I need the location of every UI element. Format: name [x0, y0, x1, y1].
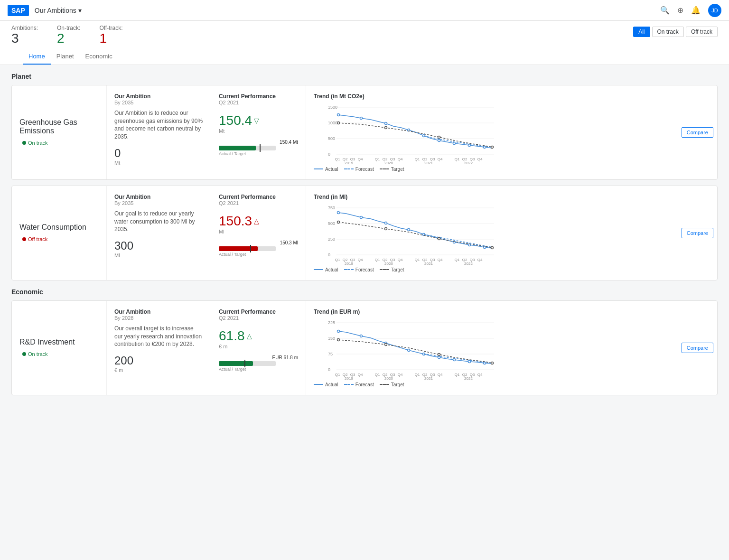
svg-text:2022: 2022 — [464, 376, 473, 381]
svg-point-58 — [337, 221, 340, 223]
greenhouse-bar-marker — [260, 144, 261, 152]
greenhouse-perf-unit: Mt — [219, 128, 298, 134]
svg-point-97 — [468, 360, 471, 363]
filter-off-track-button[interactable]: Off track — [686, 27, 718, 37]
rnd-status: On track — [19, 350, 99, 358]
svg-text:75: 75 — [328, 352, 333, 356]
app-title-text: Our Ambitions — [35, 7, 76, 14]
greenhouse-bar-axis: Actual / Target — [219, 151, 276, 156]
svg-text:Q4: Q4 — [438, 258, 443, 262]
svg-text:Q1: Q1 — [415, 258, 420, 262]
sub-header: Ambitions: 3 On-track: 2 Off-track: 1 Al… — [0, 21, 729, 65]
off-track-metric: Off-track: 1 — [99, 25, 122, 46]
svg-text:Q4: Q4 — [398, 258, 403, 262]
filter-buttons: All On track Off track — [633, 25, 718, 37]
rnd-trend-title: Trend (in EUR m) — [314, 308, 710, 315]
water-title: Water Consumption — [19, 223, 99, 232]
svg-text:Q1: Q1 — [375, 258, 380, 262]
rnd-compare-button[interactable]: Compare — [682, 343, 713, 353]
svg-text:0: 0 — [328, 367, 330, 372]
svg-text:Q4: Q4 — [398, 373, 403, 377]
filter-on-track-button[interactable]: On track — [652, 27, 684, 37]
svg-text:2021: 2021 — [424, 161, 433, 165]
tab-home[interactable]: Home — [23, 50, 51, 65]
svg-text:Q1: Q1 — [335, 373, 340, 377]
svg-text:2021: 2021 — [424, 376, 433, 381]
svg-point-93 — [408, 349, 410, 351]
rnd-bar-track — [219, 361, 276, 366]
filter-all-button[interactable]: All — [633, 27, 650, 37]
rnd-card: R&D Investment On track Our Ambition By … — [11, 300, 718, 395]
svg-text:Q1: Q1 — [455, 157, 460, 161]
greenhouse-perf-value: 150.4 ▽ — [219, 113, 298, 128]
water-status: Off track — [19, 235, 99, 243]
svg-point-14 — [453, 142, 456, 144]
greenhouse-value-num: 150.4 — [219, 113, 252, 128]
settings-icon[interactable]: ⊕ — [677, 6, 683, 15]
greenhouse-trend-chart: 1500 1000 500 0 — [314, 102, 499, 163]
svg-point-96 — [453, 358, 456, 361]
ambitions-metric: Ambitions: 3 — [11, 25, 38, 46]
water-bar-axis: Actual / Target — [219, 252, 276, 257]
nav-tabs: Home Planet Economic — [11, 50, 718, 65]
svg-text:2020: 2020 — [384, 161, 393, 165]
off-track-value: 1 — [99, 31, 122, 46]
rnd-value-num: 61.8 — [219, 328, 245, 344]
tab-planet[interactable]: Planet — [51, 50, 80, 65]
economic-section-title: Economic — [11, 288, 718, 296]
on-track-text: On track — [28, 140, 48, 146]
water-bar: 150.3 Ml Actual / Target — [219, 240, 298, 257]
svg-text:2019: 2019 — [345, 161, 353, 165]
svg-text:Q4: Q4 — [358, 373, 363, 377]
svg-text:Q4: Q4 — [477, 258, 483, 262]
water-compare-button[interactable]: Compare — [682, 228, 713, 238]
off-track-dot — [22, 237, 26, 241]
user-avatar[interactable]: JD — [708, 4, 721, 17]
on-track-dot — [22, 141, 26, 145]
water-perf-period: Q2 2021 — [219, 200, 298, 206]
rnd-legend-target: Target — [380, 382, 404, 387]
svg-text:2020: 2020 — [384, 376, 393, 381]
off-track-text: Off track — [28, 236, 47, 242]
sap-logo[interactable]: SAP — [8, 5, 29, 16]
notification-icon[interactable]: 🔔 — [691, 6, 701, 15]
on-track-metric: On-track: 2 — [57, 25, 80, 46]
search-icon[interactable]: 🔍 — [660, 6, 670, 15]
water-trend: Trend (in Ml) 750 500 250 0 — [306, 186, 717, 280]
water-card-left: Water Consumption Off track — [12, 186, 107, 280]
ambitions-value: 3 — [11, 31, 38, 46]
greenhouse-bar-axis-left: Actual / Target — [219, 151, 246, 156]
svg-point-50 — [360, 216, 363, 218]
water-legend-forecast: Forecast — [344, 267, 374, 272]
legend-actual: Actual — [314, 167, 338, 172]
app-title[interactable]: Our Ambitions ▾ — [35, 7, 82, 14]
svg-text:Q4: Q4 — [477, 373, 483, 377]
svg-point-60 — [438, 237, 440, 240]
rnd-on-track-dot — [22, 352, 26, 356]
tab-economic[interactable]: Economic — [80, 50, 118, 65]
water-performance: Current Performance Q2 2021 150.3 △ Ml 1… — [211, 186, 306, 280]
svg-point-13 — [438, 139, 440, 141]
svg-text:2020: 2020 — [384, 261, 393, 266]
water-bar-track — [219, 246, 276, 251]
water-perf-unit: Ml — [219, 229, 298, 234]
svg-text:750: 750 — [328, 205, 335, 210]
svg-text:Q4: Q4 — [477, 157, 483, 161]
water-ambition-unit: Ml — [114, 252, 203, 258]
water-ambition-value: 300 — [114, 239, 203, 252]
water-bar-fill — [219, 246, 258, 251]
rnd-bar-fill — [219, 361, 253, 366]
water-perf-value: 150.3 △ — [219, 214, 298, 229]
water-trend-chart: 750 500 250 0 — [314, 202, 499, 264]
economic-section: Economic R&D Investment On track Our Amb… — [11, 288, 718, 395]
rnd-ambition-unit: € m — [114, 367, 203, 373]
greenhouse-title: Greenhouse Gas Emissions — [19, 118, 99, 135]
water-legend-actual: Actual — [314, 267, 338, 272]
greenhouse-trend: Trend (in Mt CO2e) 1500 1000 500 0 — [306, 85, 717, 179]
water-legend-target: Target — [380, 267, 404, 272]
planet-section: Planet Greenhouse Gas Emissions On track… — [11, 73, 718, 280]
water-arrow-up: △ — [254, 217, 259, 225]
rnd-perf-period: Q2 2021 — [219, 315, 298, 321]
greenhouse-compare-button[interactable]: Compare — [682, 127, 713, 138]
svg-text:500: 500 — [328, 136, 335, 141]
